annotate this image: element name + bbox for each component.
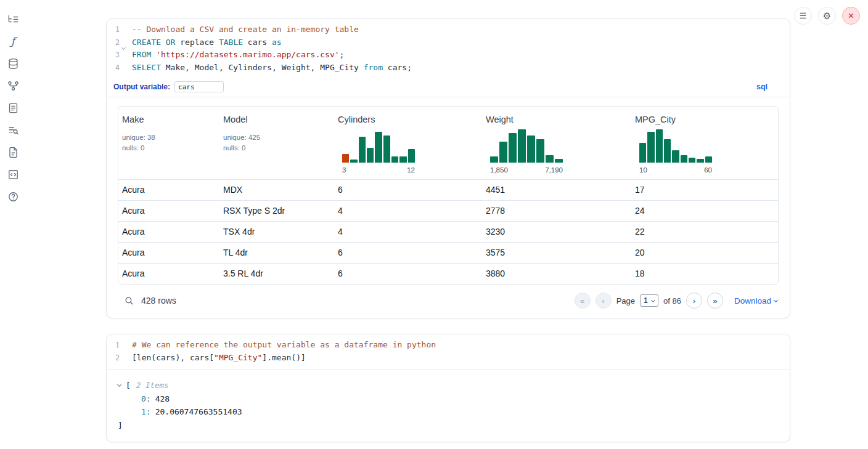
hist-bar bbox=[546, 155, 554, 163]
table-cell: Acura bbox=[118, 243, 219, 263]
sql-cell: 1-- Download a CSV and create an in-memo… bbox=[106, 18, 790, 318]
column-header-mpg-city[interactable]: MPG_City 10 60 bbox=[631, 107, 778, 179]
table-cell: TSX 4dr bbox=[219, 222, 334, 242]
close-bracket: ] bbox=[118, 419, 123, 432]
next-page-button[interactable]: › bbox=[686, 293, 702, 309]
prev-page-button[interactable]: ‹ bbox=[596, 293, 612, 309]
output-variable-input[interactable] bbox=[174, 81, 224, 92]
table-cell: 3.5 RL 4dr bbox=[219, 264, 334, 284]
code-line[interactable]: 2CREATE OR replace TABLE cars as bbox=[107, 36, 790, 49]
table-cell: 3880 bbox=[482, 264, 631, 284]
table-row: AcuraTSX 4dr4323022 bbox=[118, 221, 778, 242]
hist-bar bbox=[527, 136, 535, 163]
sidebar-panel-rail: ƒ bbox=[6, 12, 20, 203]
language-badge[interactable]: sql bbox=[756, 83, 768, 91]
hist-bar bbox=[359, 137, 366, 163]
sql-code-editor[interactable]: 1-- Download a CSV and create an in-memo… bbox=[107, 19, 790, 79]
hist-bar bbox=[664, 139, 671, 163]
outline-icon[interactable] bbox=[6, 123, 20, 137]
search-icon[interactable] bbox=[124, 296, 134, 306]
settings-gear-icon[interactable]: ⚙ bbox=[818, 7, 836, 25]
python-code-editor[interactable]: 1# We can reference the output variable … bbox=[107, 334, 790, 370]
table-header: Make unique: 38 nulls: 0 Model unique: 4… bbox=[118, 107, 778, 179]
snippets-icon[interactable] bbox=[6, 145, 20, 159]
hist-bar bbox=[639, 143, 646, 163]
hist-bar bbox=[555, 159, 563, 163]
table-cell: 22 bbox=[631, 222, 778, 242]
hist-bar bbox=[689, 158, 695, 163]
pagination: « ‹ Page 1 of 86 › » Download bbox=[575, 293, 777, 309]
table-cell: 4451 bbox=[482, 180, 631, 200]
download-button[interactable]: Download bbox=[734, 296, 777, 305]
code-line[interactable]: 2[len(cars), cars["MPG_City"].mean()] bbox=[107, 352, 790, 365]
dependency-graph-icon[interactable] bbox=[6, 79, 20, 92]
column-header-weight[interactable]: Weight 1,850 7,190 bbox=[482, 107, 631, 179]
hist-bar bbox=[490, 156, 498, 163]
table-body: AcuraMDX6445117AcuraRSX Type S 2dr427782… bbox=[118, 179, 778, 284]
line-number: 3 bbox=[107, 49, 120, 62]
line-number: 1 bbox=[107, 339, 120, 352]
collapse-caret-icon[interactable] bbox=[118, 384, 126, 386]
table-cell: 2778 bbox=[482, 201, 631, 221]
entry-key: 0: bbox=[141, 392, 151, 406]
column-name: Cylinders bbox=[338, 115, 482, 124]
hist-bar bbox=[509, 133, 517, 163]
shutdown-close-icon[interactable]: × bbox=[842, 7, 860, 25]
packages-icon[interactable] bbox=[6, 168, 20, 181]
table-cell: 3230 bbox=[482, 222, 631, 242]
menu-icon[interactable]: ☰ bbox=[794, 7, 812, 25]
items-count: 2 Items bbox=[136, 379, 169, 392]
hist-bar bbox=[383, 136, 390, 163]
page-select[interactable]: 1 bbox=[640, 294, 658, 307]
column-header-make[interactable]: Make unique: 38 nulls: 0 bbox=[118, 107, 219, 179]
notebook-controls: ☰ ⚙ × bbox=[794, 7, 860, 25]
output-variable-bar: Output variable: sql bbox=[107, 79, 790, 97]
hist-bar bbox=[705, 156, 712, 163]
line-number: 1 bbox=[107, 23, 120, 36]
table-cell: 6 bbox=[334, 264, 482, 284]
weight-histogram bbox=[490, 129, 563, 163]
code-line[interactable]: 1# We can reference the output variable … bbox=[107, 339, 790, 352]
code-line[interactable]: 1-- Download a CSV and create an in-memo… bbox=[107, 23, 790, 36]
table-cell: 18 bbox=[631, 264, 778, 284]
column-header-cylinders[interactable]: Cylinders 3 12 bbox=[334, 107, 482, 179]
hist-max-label: 60 bbox=[704, 166, 712, 174]
data-table: Make unique: 38 nulls: 0 Model unique: 4… bbox=[118, 106, 779, 285]
hist-max-label: 7,190 bbox=[545, 166, 563, 174]
file-explorer-icon[interactable] bbox=[6, 12, 20, 26]
datasources-icon[interactable] bbox=[6, 57, 20, 70]
table-cell: 3575 bbox=[482, 243, 631, 263]
table-cell: 17 bbox=[631, 180, 778, 200]
documentation-icon[interactable] bbox=[6, 101, 20, 115]
hist-max-label: 12 bbox=[407, 166, 415, 174]
table-cell: Acura bbox=[118, 222, 219, 242]
table-cell: Acura bbox=[118, 201, 219, 221]
table-cell: Acura bbox=[118, 180, 219, 200]
table-row: Acura3.5 RL 4dr6388018 bbox=[118, 263, 778, 284]
hist-min-label: 3 bbox=[342, 166, 346, 174]
entry-value: 20.060747663551403 bbox=[155, 405, 242, 419]
scratchpad-icon[interactable]: ƒ bbox=[6, 34, 20, 48]
code-line[interactable]: 4SELECT Make, Model, Cylinders, Weight, … bbox=[107, 62, 790, 75]
table-cell: 4 bbox=[334, 201, 482, 221]
page-select-value: 1 bbox=[644, 296, 648, 305]
column-header-model[interactable]: Model unique: 425 nulls: 0 bbox=[219, 107, 334, 179]
last-page-button[interactable]: » bbox=[707, 293, 723, 309]
hist-bar bbox=[681, 155, 687, 163]
line-number: 2 bbox=[107, 36, 120, 49]
first-page-button[interactable]: « bbox=[575, 293, 591, 309]
table-cell: Acura bbox=[118, 264, 219, 284]
hist-min-label: 1,850 bbox=[490, 166, 508, 174]
table-footer: 428 rows « ‹ Page 1 of 86 › » Down bbox=[118, 285, 779, 318]
table-row: AcuraTL 4dr6357520 bbox=[118, 242, 778, 263]
help-icon[interactable] bbox=[6, 190, 20, 203]
column-stat: nulls: 0 bbox=[223, 143, 334, 153]
hist-bar bbox=[672, 150, 679, 163]
hist-bar bbox=[408, 149, 415, 163]
table-cell: 6 bbox=[334, 243, 482, 263]
hist-bar bbox=[536, 139, 544, 163]
hist-bar bbox=[499, 142, 507, 163]
code-line[interactable]: 3FROM 'https://datasets.marimo.app/cars.… bbox=[107, 49, 790, 62]
table-cell: TL 4dr bbox=[219, 243, 334, 263]
line-number: 2 bbox=[107, 352, 120, 365]
